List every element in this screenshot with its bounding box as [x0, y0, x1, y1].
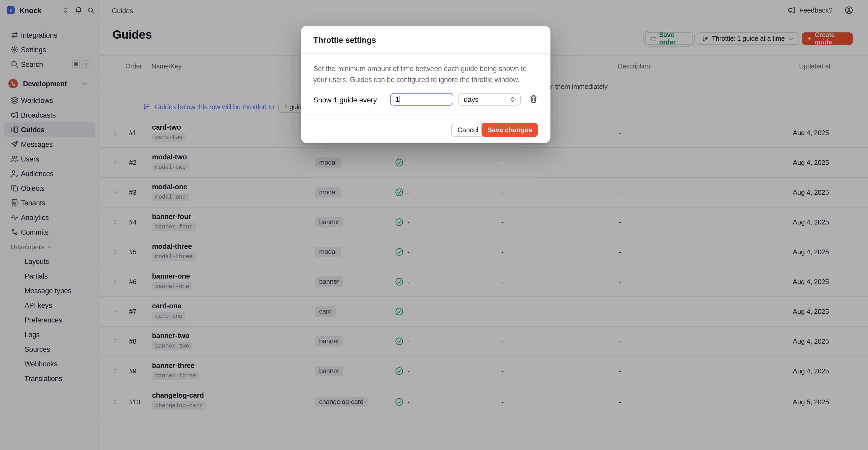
modal-description: Set the minimum amount of time between e… — [313, 64, 532, 85]
save-changes-button[interactable]: Save changes — [482, 123, 538, 137]
text-cursor — [400, 96, 400, 103]
modal-title: Throttle settings — [313, 35, 376, 45]
app-window: k Knock Integrations Settings Search⌘ K … — [0, 0, 868, 450]
cancel-button[interactable]: Cancel — [451, 123, 485, 137]
throttle-settings-modal: Throttle settings Set the minimum amount… — [301, 26, 551, 143]
modal-footer: Cancel Save changes — [301, 114, 551, 143]
throttle-unit-select[interactable]: days — [458, 93, 521, 106]
throttle-interval-value: 1 — [395, 95, 399, 103]
throttle-row-label: Show 1 guide every — [313, 96, 377, 104]
throttle-unit-value: days — [464, 95, 478, 103]
modal-header: Throttle settings — [301, 26, 551, 54]
throttle-interval-input[interactable]: 1 — [390, 93, 453, 106]
delete-throttle-icon[interactable] — [529, 94, 538, 104]
select-stepper-icon — [509, 96, 516, 103]
